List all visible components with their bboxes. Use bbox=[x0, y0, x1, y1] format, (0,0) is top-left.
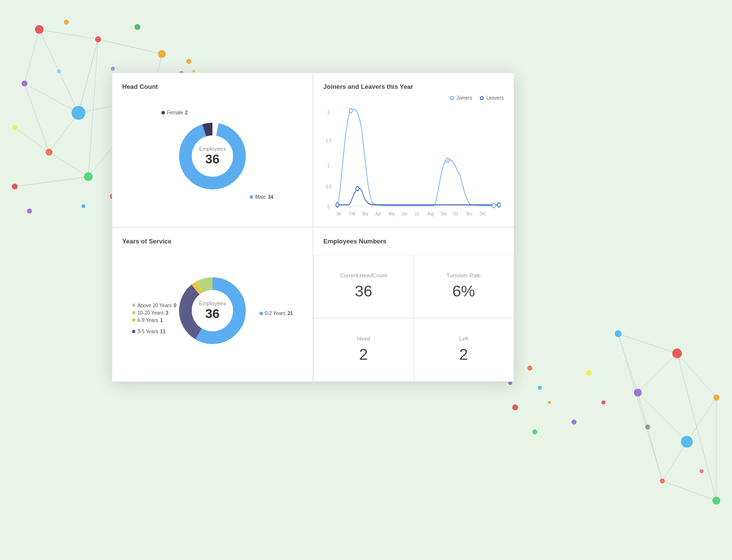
svg-point-32 bbox=[186, 59, 191, 64]
0-2-label: 0-2 Years bbox=[265, 311, 286, 316]
female-dot bbox=[161, 111, 165, 114]
svg-point-24 bbox=[84, 172, 93, 181]
yos-donut-value: 36 bbox=[199, 306, 226, 321]
svg-point-29 bbox=[111, 67, 115, 71]
yos-10-20-entry: 10-20 Years 3 bbox=[132, 310, 177, 316]
male-dot bbox=[250, 195, 253, 199]
svg-line-12 bbox=[15, 177, 88, 187]
svg-text:Apr: Apr bbox=[375, 211, 381, 217]
svg-point-23 bbox=[46, 149, 52, 156]
3-5-label: 3-5 Years bbox=[137, 329, 158, 334]
10-20-dot bbox=[132, 311, 135, 315]
svg-line-41 bbox=[638, 393, 687, 442]
svg-line-6 bbox=[49, 113, 78, 152]
line-chart-area: 2 1.5 1 0.5 0 Jan Feb Mar Apr May Jun Ju… bbox=[323, 104, 504, 217]
current-headcount-value: 36 bbox=[355, 282, 372, 300]
turnover-rate-value: 6% bbox=[452, 282, 475, 300]
svg-point-20 bbox=[22, 80, 27, 86]
male-legend: Male 34 bbox=[250, 194, 273, 200]
svg-point-92 bbox=[336, 203, 339, 207]
svg-text:1: 1 bbox=[327, 162, 330, 169]
svg-line-40 bbox=[638, 353, 677, 393]
svg-line-3 bbox=[25, 83, 78, 113]
svg-text:Dec: Dec bbox=[480, 211, 486, 217]
svg-point-52 bbox=[634, 389, 642, 397]
yos-0-2-entry: 0-2 Years 21 bbox=[260, 311, 293, 316]
svg-point-50 bbox=[672, 348, 682, 358]
svg-text:Aug: Aug bbox=[428, 211, 434, 217]
joiners-label: Joiners bbox=[456, 95, 472, 101]
svg-point-51 bbox=[713, 395, 719, 400]
leavers-dot bbox=[480, 96, 484, 100]
svg-text:Mar: Mar bbox=[363, 211, 368, 217]
svg-line-43 bbox=[662, 442, 687, 481]
turnover-rate-cell: Turnover Rate 6% bbox=[414, 255, 514, 318]
headcount-center: Employees 36 bbox=[199, 146, 226, 167]
left-value: 2 bbox=[459, 346, 468, 364]
yos-3-5-entry: 3-5 Years 11 bbox=[132, 329, 165, 334]
svg-line-44 bbox=[662, 481, 716, 501]
line-chart-svg: 2 1.5 1 0.5 0 Jan Feb Mar Apr May Jun Ju… bbox=[323, 104, 504, 217]
svg-line-14 bbox=[98, 39, 162, 54]
yos-panel: Years of Service Above 20 Years 0 10-20 … bbox=[112, 227, 313, 382]
yos-donut-label: Employees bbox=[199, 300, 226, 306]
svg-point-55 bbox=[712, 497, 720, 505]
male-label: Male bbox=[255, 194, 266, 200]
yos-legend-left: Above 20 Years 0 10-20 Years 3 6-9 Years… bbox=[132, 303, 177, 323]
6-9-label: 6-9 Years bbox=[137, 318, 158, 323]
above20-label: Above 20 Years bbox=[137, 303, 172, 308]
turnover-rate-label: Turnover Rate bbox=[446, 272, 481, 278]
svg-text:Jun: Jun bbox=[401, 211, 407, 217]
yos-title: Years of Service bbox=[122, 238, 303, 245]
joiners-line bbox=[338, 109, 494, 205]
svg-point-63 bbox=[512, 404, 518, 410]
svg-text:1.5: 1.5 bbox=[326, 137, 332, 144]
svg-point-54 bbox=[660, 479, 665, 483]
yos-center: Employees 36 bbox=[199, 300, 226, 321]
svg-point-18 bbox=[95, 36, 101, 42]
3-5-dot bbox=[132, 330, 135, 333]
svg-text:0.5: 0.5 bbox=[326, 184, 332, 190]
svg-line-38 bbox=[677, 353, 716, 398]
svg-line-4 bbox=[78, 39, 98, 113]
leavers-label: Leavers bbox=[486, 95, 504, 101]
employee-numbers-title: Employees Numbers bbox=[323, 238, 504, 245]
6-9-dot bbox=[132, 319, 135, 322]
svg-point-31 bbox=[57, 69, 61, 73]
employee-numbers-panel: Employees Numbers Current HeadCount 36 T… bbox=[313, 227, 514, 382]
hired-label: Hired bbox=[357, 336, 370, 342]
leavers-legend-item: Leavers bbox=[480, 95, 504, 101]
left-label: Left bbox=[459, 336, 468, 342]
6-9-value: 1 bbox=[160, 318, 163, 323]
left-cell: Left 2 bbox=[414, 318, 514, 381]
female-legend: Female 2 bbox=[161, 110, 188, 115]
svg-point-59 bbox=[645, 425, 650, 429]
svg-point-57 bbox=[601, 400, 605, 404]
joiners-leavers-title: Joiners and Leavers this Year bbox=[323, 83, 504, 90]
headcount-donut-container: Female 2 Employees 36 bbox=[122, 95, 303, 217]
svg-line-13 bbox=[88, 39, 98, 177]
yos-donut-container: Above 20 Years 0 10-20 Years 3 6-9 Years… bbox=[122, 250, 303, 372]
joiners-leavers-panel: Joiners and Leavers this Year Joiners Le… bbox=[313, 73, 514, 227]
svg-line-47 bbox=[638, 393, 662, 481]
joiners-leavers-legend: Joiners Leavers bbox=[323, 95, 504, 101]
svg-text:Jul: Jul bbox=[415, 211, 419, 217]
female-value: 2 bbox=[185, 110, 188, 115]
joiners-legend-item: Joiners bbox=[450, 95, 472, 101]
svg-text:Jan: Jan bbox=[336, 211, 342, 217]
svg-point-27 bbox=[64, 20, 69, 25]
svg-point-89 bbox=[349, 108, 352, 113]
employee-numbers-title-row: Employees Numbers bbox=[314, 228, 514, 255]
svg-text:Oct: Oct bbox=[453, 211, 459, 217]
svg-line-5 bbox=[78, 39, 98, 113]
yos-0-2-item: 0-2 Years 21 bbox=[260, 311, 293, 316]
svg-line-46 bbox=[677, 353, 716, 501]
leavers-line bbox=[338, 188, 499, 205]
svg-line-11 bbox=[49, 152, 88, 177]
svg-point-35 bbox=[81, 204, 85, 208]
svg-point-19 bbox=[158, 50, 166, 58]
headcount-panel: Head Count Female 2 Employ bbox=[112, 73, 313, 227]
yos-6-9-entry: 6-9 Years 1 bbox=[132, 318, 177, 323]
svg-line-0 bbox=[39, 29, 98, 39]
svg-line-10 bbox=[15, 128, 49, 152]
